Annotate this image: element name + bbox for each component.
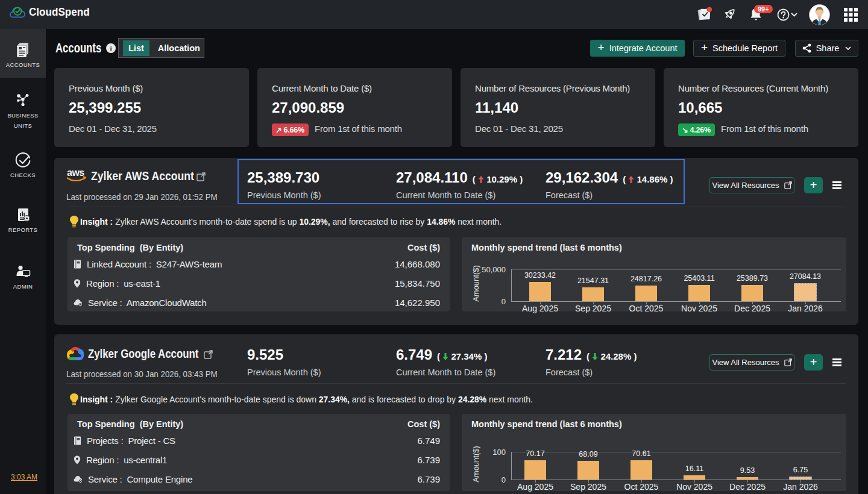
- svg-text:aws: aws: [67, 167, 84, 178]
